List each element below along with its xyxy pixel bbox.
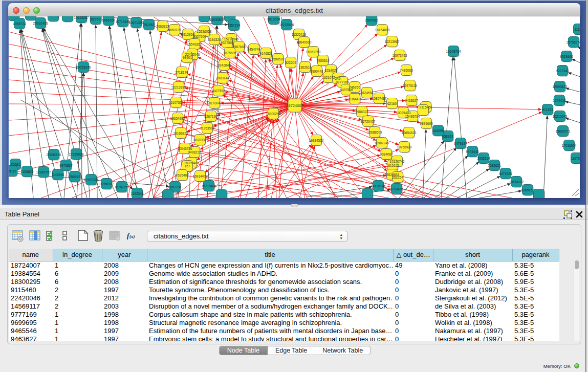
svg-text:9498222: 9498222 bbox=[188, 150, 201, 154]
svg-text:7663822: 7663822 bbox=[156, 25, 169, 28]
svg-text:12975115: 12975115 bbox=[403, 84, 418, 87]
svg-text:16543362: 16543362 bbox=[187, 42, 202, 46]
svg-text:19654985: 19654985 bbox=[170, 117, 185, 120]
svg-text:20691406: 20691406 bbox=[33, 21, 48, 25]
svg-text:11325419: 11325419 bbox=[292, 33, 307, 36]
svg-text:62160: 62160 bbox=[387, 102, 397, 105]
svg-text:9899695: 9899695 bbox=[420, 122, 433, 125]
svg-text:15692971: 15692971 bbox=[556, 129, 571, 133]
svg-text:8990448: 8990448 bbox=[310, 70, 323, 73]
svg-text:116753: 116753 bbox=[571, 157, 580, 160]
svg-text:15226546: 15226546 bbox=[224, 37, 239, 41]
svg-text:16107552: 16107552 bbox=[169, 101, 184, 104]
svg-text:11123: 11123 bbox=[574, 28, 580, 31]
svg-text:7632621: 7632621 bbox=[488, 164, 501, 167]
svg-text:7485063: 7485063 bbox=[400, 69, 413, 72]
svg-text:1733426: 1733426 bbox=[390, 187, 403, 191]
svg-text:9975867: 9975867 bbox=[59, 164, 73, 167]
svg-text:2803144: 2803144 bbox=[216, 76, 229, 80]
svg-text:75061: 75061 bbox=[11, 163, 20, 166]
svg-text:10653287: 10653287 bbox=[74, 16, 89, 19]
svg-text:9857791: 9857791 bbox=[168, 185, 182, 189]
svg-text:9327508: 9327508 bbox=[221, 41, 234, 45]
svg-text:19166827: 19166827 bbox=[173, 132, 188, 135]
svg-text:12505135: 12505135 bbox=[68, 175, 82, 179]
svg-text:10688609: 10688609 bbox=[367, 130, 382, 134]
svg-text:9329966: 9329966 bbox=[560, 55, 573, 58]
svg-text:6794028: 6794028 bbox=[324, 69, 338, 72]
svg-text:1615112: 1615112 bbox=[386, 164, 399, 167]
svg-text:10120746: 10120746 bbox=[390, 160, 405, 163]
svg-text:958923: 958923 bbox=[442, 135, 453, 138]
svg-text:911393: 911393 bbox=[542, 108, 553, 112]
svg-text:1362615: 1362615 bbox=[298, 65, 312, 69]
svg-text:746266: 746266 bbox=[349, 85, 360, 89]
svg-text:98901: 98901 bbox=[183, 56, 192, 59]
svg-text:9327500: 9327500 bbox=[193, 35, 206, 38]
svg-text:9115460: 9115460 bbox=[420, 105, 432, 109]
svg-text:1192346: 1192346 bbox=[131, 192, 144, 195]
svg-text:15716485: 15716485 bbox=[202, 184, 216, 188]
svg-text:15495794: 15495794 bbox=[405, 115, 420, 118]
svg-text:9463627: 9463627 bbox=[405, 99, 418, 102]
svg-text:8813054: 8813054 bbox=[267, 17, 280, 21]
svg-text:8186328: 8186328 bbox=[208, 38, 221, 41]
svg-text:10671355: 10671355 bbox=[129, 21, 144, 25]
svg-text:7357224: 7357224 bbox=[227, 24, 241, 27]
svg-text:8267130: 8267130 bbox=[204, 115, 217, 118]
svg-text:9245652: 9245652 bbox=[521, 188, 534, 192]
svg-text:252254: 252254 bbox=[392, 176, 403, 179]
svg-text:12093823: 12093823 bbox=[553, 85, 568, 89]
svg-text:29053346: 29053346 bbox=[76, 65, 91, 69]
svg-text:10654112: 10654112 bbox=[509, 180, 524, 184]
svg-text:164095: 164095 bbox=[432, 129, 444, 133]
svg-text:2935114: 2935114 bbox=[477, 157, 490, 160]
svg-text:16648764: 16648764 bbox=[446, 50, 461, 53]
svg-text:15226058: 15226058 bbox=[197, 30, 212, 33]
svg-text:1244413: 1244413 bbox=[553, 99, 566, 102]
svg-text:9227343: 9227343 bbox=[556, 69, 569, 73]
svg-text:19654923: 19654923 bbox=[402, 131, 417, 135]
svg-text:16914479: 16914479 bbox=[193, 174, 208, 178]
svg-text:10973493: 10973493 bbox=[393, 54, 407, 57]
svg-text:16961758: 16961758 bbox=[306, 50, 321, 54]
svg-text:2087682: 2087682 bbox=[365, 18, 378, 22]
svg-text:2867608: 2867608 bbox=[232, 45, 246, 49]
svg-text:7625402: 7625402 bbox=[176, 173, 189, 177]
svg-text:16782759: 16782759 bbox=[115, 185, 129, 189]
svg-text:8878332: 8878332 bbox=[193, 138, 207, 142]
svg-text:18724007: 18724007 bbox=[286, 103, 303, 108]
svg-text:8912954: 8912954 bbox=[181, 33, 194, 36]
svg-text:10719185: 10719185 bbox=[116, 20, 130, 24]
svg-text:9777169: 9777169 bbox=[336, 80, 349, 84]
svg-text:10046756: 10046756 bbox=[178, 147, 192, 150]
svg-text:11353594: 11353594 bbox=[200, 126, 215, 130]
svg-text:18640910: 18640910 bbox=[297, 40, 312, 44]
svg-text:18907249: 18907249 bbox=[375, 141, 389, 145]
svg-text:822203: 822203 bbox=[285, 61, 296, 64]
svg-text:12213389: 12213389 bbox=[171, 85, 186, 89]
svg-text:1621072: 1621072 bbox=[322, 76, 335, 79]
svg-text:6466160: 6466160 bbox=[102, 18, 115, 22]
svg-text:39119: 39119 bbox=[9, 169, 16, 173]
svg-text:1145194: 1145194 bbox=[52, 173, 64, 177]
svg-text:8427552: 8427552 bbox=[212, 89, 225, 93]
svg-text:1588520: 1588520 bbox=[271, 57, 285, 61]
svg-text:12213967: 12213967 bbox=[385, 40, 400, 43]
svg-text:9474444: 9474444 bbox=[466, 150, 479, 154]
svg-text:9242848: 9242848 bbox=[217, 63, 231, 67]
svg-text:18300295: 18300295 bbox=[266, 112, 281, 116]
svg-text:10807487: 10807487 bbox=[372, 97, 387, 100]
svg-text:20364436: 20364436 bbox=[347, 97, 362, 101]
svg-text:8454749: 8454749 bbox=[247, 48, 260, 51]
svg-text:16210643: 16210643 bbox=[553, 115, 568, 118]
svg-text:16033809: 16033809 bbox=[210, 18, 225, 21]
svg-text:10025433: 10025433 bbox=[396, 111, 411, 115]
svg-text:3875685: 3875685 bbox=[223, 51, 236, 55]
svg-text:10958107: 10958107 bbox=[99, 182, 114, 186]
svg-text:817004: 817004 bbox=[209, 101, 220, 105]
svg-text:4055724: 4055724 bbox=[13, 22, 26, 26]
svg-text:(x): (x) bbox=[129, 234, 135, 239]
svg-text:9146821: 9146821 bbox=[259, 52, 273, 55]
svg-text:9084067: 9084067 bbox=[380, 152, 393, 156]
